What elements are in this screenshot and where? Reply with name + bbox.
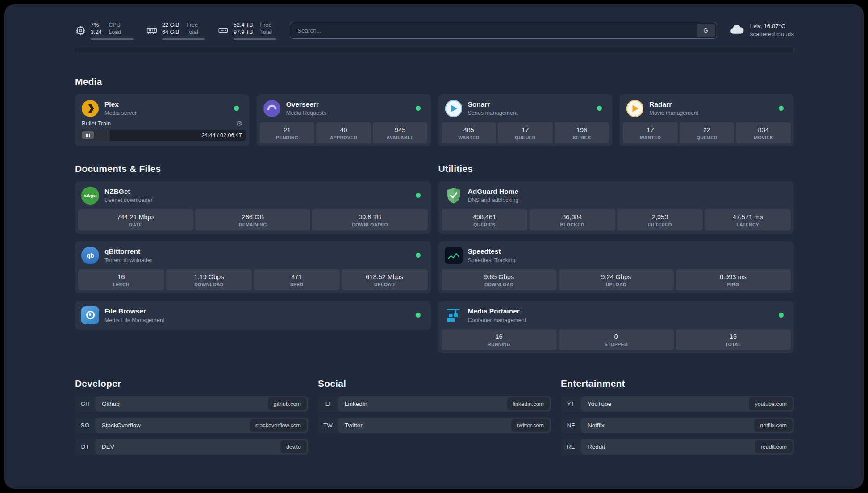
service-description: Movie management bbox=[649, 110, 698, 116]
bookmark-reddit[interactable]: RE Reddit reddit.com bbox=[561, 439, 794, 455]
radarr-icon bbox=[626, 100, 644, 117]
stat-label: WANTED bbox=[625, 135, 676, 140]
bookmark-abbr: NF bbox=[561, 418, 581, 433]
stat-value: 744.21 Mbps bbox=[80, 213, 192, 221]
stat: 86,384 BLOCKED bbox=[529, 209, 615, 230]
service-name: AdGuard Home bbox=[468, 188, 519, 196]
search-input[interactable] bbox=[290, 22, 697, 38]
service-stats: 498,461 QUERIES 86,384 BLOCKED 2,953 FIL… bbox=[442, 209, 791, 230]
service-description: Media server bbox=[104, 110, 137, 116]
top-bar: 7% 3.24 CPU Load bbox=[75, 21, 794, 40]
stat-label: MOVIES bbox=[738, 135, 789, 140]
service-card-qbittorrent[interactable]: qb qBittorrent Torrent downloader 16 LEE… bbox=[75, 241, 431, 293]
bookmark-group-title: Developer bbox=[75, 378, 308, 389]
disk-free: 52.4 TB bbox=[234, 21, 253, 29]
playback-time: 24:44 / 02:06:47 bbox=[201, 132, 242, 138]
bookmark-netflix[interactable]: NF Netflix netflix.com bbox=[561, 418, 794, 433]
stat-label: FILTERED bbox=[619, 222, 701, 227]
bookmark-group-entertainment: Entertainment YT YouTube youtube.com NF … bbox=[561, 378, 794, 455]
service-card-overseerr[interactable]: Overseerr Media Requests 21 PENDING 40 A… bbox=[257, 94, 431, 146]
stat-label: QUEUED bbox=[500, 135, 551, 140]
section-documents: Documents & Files nzbget NZBGet Usenet d… bbox=[75, 163, 431, 330]
memory-labels: Free Total bbox=[186, 21, 198, 36]
stat-value: 9.24 Gbps bbox=[560, 273, 672, 281]
nzbget-icon: nzbget bbox=[81, 187, 99, 205]
bookmark-domain: netflix.com bbox=[754, 419, 793, 432]
stat: 39.6 TB DOWNLOADED bbox=[312, 209, 427, 230]
stat-value: 196 bbox=[556, 126, 608, 134]
bookmark-twitter[interactable]: TW Twitter twitter.com bbox=[318, 418, 551, 433]
qbittorrent-icon: qb bbox=[81, 246, 99, 264]
bookmark-domain: twitter.com bbox=[511, 419, 550, 432]
bookmark-group-title: Social bbox=[318, 378, 551, 389]
bookmark-linkedin[interactable]: LI LinkedIn linkedin.com bbox=[318, 396, 551, 412]
stat-label: BLOCKED bbox=[531, 222, 613, 227]
service-card-filebrowser[interactable]: File Browser Media File Management bbox=[75, 301, 431, 330]
service-card-speedtest[interactable]: Speedtest Speedtest Tracking 9.65 Gbps D… bbox=[438, 241, 794, 293]
weather-location: Lviv, 16.87°C bbox=[750, 22, 794, 30]
service-description: Torrent downloader bbox=[104, 257, 152, 263]
status-dot bbox=[779, 106, 784, 111]
stat-value: 834 bbox=[738, 126, 789, 134]
stat-label: LEECH bbox=[80, 282, 163, 287]
service-name: File Browser bbox=[104, 307, 164, 316]
bookmark-abbr: DT bbox=[75, 439, 95, 455]
stat: 9.24 Gbps UPLOAD bbox=[559, 269, 674, 290]
filebrowser-icon bbox=[81, 306, 99, 324]
stat-value: 266 GB bbox=[197, 213, 309, 221]
disk-widget: 52.4 TB 97.9 TB Free Total bbox=[217, 21, 276, 40]
disk-total: 97.9 TB bbox=[234, 29, 253, 36]
service-card-plex[interactable]: Plex Media server Bullet Train ⚙ bbox=[75, 94, 249, 146]
service-name: Plex bbox=[104, 100, 137, 109]
stat-label: AVAILABLE bbox=[375, 135, 426, 140]
stat-value: 16 bbox=[443, 333, 555, 341]
disk-labels: Free Total bbox=[260, 21, 272, 36]
bookmark-group-social: Social LI LinkedIn linkedin.com TW Twitt… bbox=[318, 378, 551, 455]
stat: 17 WANTED bbox=[623, 122, 678, 143]
stat-label: UPLOAD bbox=[560, 282, 672, 287]
stat-label: PING bbox=[677, 282, 789, 287]
memory-total: 64 GiB bbox=[162, 29, 179, 36]
stat: 744.21 Mbps RATE bbox=[78, 209, 193, 230]
bookmark-youtube[interactable]: YT YouTube youtube.com bbox=[561, 396, 794, 412]
stat: 1.19 Gbps DOWNLOAD bbox=[166, 269, 252, 290]
pause-button[interactable] bbox=[82, 131, 94, 139]
dashboard: 7% 3.24 CPU Load bbox=[4, 4, 864, 489]
status-dot bbox=[416, 253, 421, 258]
bookmark-abbr: YT bbox=[561, 396, 581, 412]
service-description: Series management bbox=[468, 110, 518, 116]
resource-widgets: 7% 3.24 CPU Load bbox=[75, 21, 276, 40]
service-card-portainer[interactable]: Media Portainer Container management 16 … bbox=[438, 301, 794, 353]
section-utilities: Utilities bbox=[438, 163, 794, 353]
stat-label: RUNNING bbox=[443, 342, 555, 347]
service-card-radarr[interactable]: Radarr Movie management 17 WANTED 22 QUE… bbox=[620, 94, 794, 146]
bookmark-github[interactable]: GH Github github.com bbox=[75, 396, 308, 412]
service-card-sonarr[interactable]: Sonarr Series management 485 WANTED 17 Q… bbox=[438, 94, 613, 146]
plex-now-playing: Bullet Train ⚙ 24:44 / 02:06:47 bbox=[78, 120, 246, 141]
bookmark-name: Reddit bbox=[581, 443, 612, 450]
service-card-adguard[interactable]: AdGuard Home DNS and adblocking 498,461 … bbox=[438, 181, 794, 234]
bookmark-abbr: RE bbox=[561, 439, 581, 455]
search-provider-button[interactable]: G bbox=[697, 24, 715, 37]
stat: 945 AVAILABLE bbox=[373, 122, 428, 143]
cpu-load-value: 3.24 bbox=[91, 29, 101, 36]
bookmark-name: LinkedIn bbox=[338, 401, 374, 407]
stat-label: QUEUED bbox=[681, 135, 733, 140]
stat-value: 86,384 bbox=[531, 213, 613, 221]
gear-icon[interactable]: ⚙ bbox=[236, 120, 242, 127]
bookmark-group-title: Entertainment bbox=[561, 378, 794, 389]
bookmark-dev[interactable]: DT DEV dev.to bbox=[75, 439, 308, 455]
service-card-nzbget[interactable]: nzbget NZBGet Usenet downloader 744.21 M… bbox=[75, 181, 431, 234]
service-name: NZBGet bbox=[104, 188, 153, 196]
stat: 834 MOVIES bbox=[736, 122, 791, 143]
stat: 16 RUNNING bbox=[442, 329, 557, 350]
stat-label: QUERIES bbox=[443, 222, 526, 227]
stat-label: TOTAL bbox=[677, 342, 789, 347]
stat: 471 SEED bbox=[254, 269, 340, 290]
cpu-labels: CPU Load bbox=[108, 21, 121, 36]
stat-label: DOWNLOAD bbox=[443, 282, 555, 287]
cpu-progress-bar bbox=[91, 38, 134, 40]
stat-value: 17 bbox=[625, 126, 676, 134]
bookmark-stackoverflow[interactable]: SO StackOverflow stackoverflow.com bbox=[75, 418, 308, 433]
status-dot bbox=[779, 313, 784, 318]
